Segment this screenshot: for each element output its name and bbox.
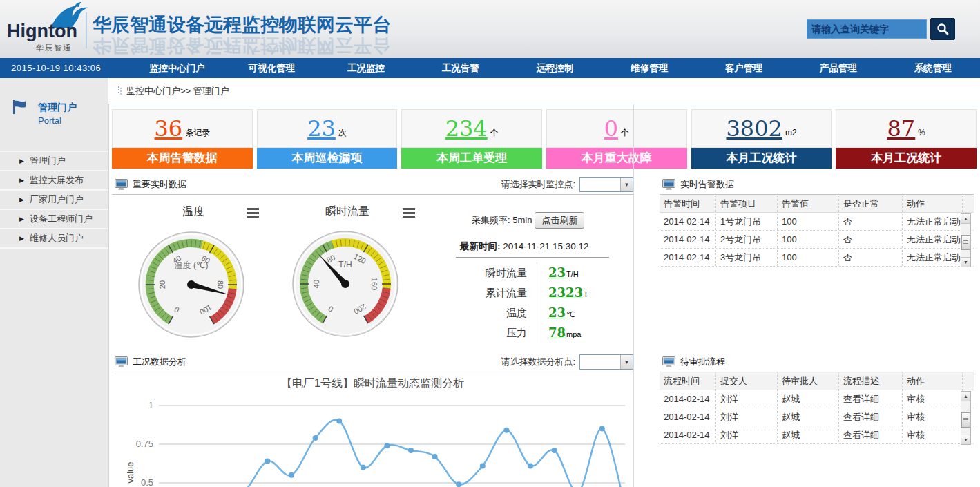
stat-card-label[interactable]: 本周巡检漏项 xyxy=(257,148,398,169)
scroll-up-icon[interactable]: ▲ xyxy=(961,214,970,224)
table-row-1: 2014-02-142号龙门吊100否无法正常启动 xyxy=(660,231,974,249)
analysis-panel-header: 工况数据分析 请选择数据分析点: ▼ xyxy=(112,352,633,372)
temperature-gauge: 020406080100温度 (℃) xyxy=(136,229,247,342)
svg-text:80: 80 xyxy=(216,280,224,289)
action-cell[interactable]: 无法正常启动 xyxy=(903,249,963,266)
data-cell: 2014-02-14 xyxy=(660,426,716,443)
stat-card-label[interactable]: 本月重大故障 xyxy=(546,148,687,169)
gauge-temp-title: 温度 xyxy=(166,204,221,219)
latest-time-row: 最新时间: 2014-11-21 15:30:12 xyxy=(460,240,589,253)
svg-text:1: 1 xyxy=(148,400,153,410)
data-cell: 100 xyxy=(778,231,839,248)
nav-item-5[interactable]: 维修管理 xyxy=(602,58,697,78)
data-cell: 2014-02-14 xyxy=(660,390,716,408)
action-cell[interactable]: 审核 xyxy=(903,426,963,443)
page: Hignton 华辰智通 华辰智通设备远程监控物联网云平台 华辰智通设备远程监控… xyxy=(0,0,980,487)
nav-item-0[interactable]: 监控中心门户 xyxy=(130,58,224,78)
sidebar-item-1[interactable]: ▶监控大屏发布 xyxy=(0,170,108,189)
data-cell: 否 xyxy=(839,231,903,248)
stat-card-value: 87 xyxy=(887,115,916,142)
approval-table-scrollbar[interactable]: ▲ ▼ xyxy=(961,391,971,445)
column-header: 动作 xyxy=(903,195,963,212)
data-cell: 3号龙门吊 xyxy=(716,249,778,266)
stat-card-label[interactable]: 本周工单受理 xyxy=(401,148,542,169)
flow-gauge: 04080120160200T/H xyxy=(290,229,401,341)
data-cell: 2014-02-14 xyxy=(660,408,716,426)
latest-time-rule xyxy=(456,257,609,258)
search-input[interactable] xyxy=(807,19,927,39)
data-cell: 1号龙门吊 xyxy=(716,213,778,230)
reading-value: 23 xyxy=(548,265,566,280)
svg-text:0.5: 0.5 xyxy=(141,477,153,487)
scroll-down-icon[interactable]: ▼ xyxy=(961,435,970,444)
chevron-down-icon: ▼ xyxy=(620,178,633,191)
data-cell: 100 xyxy=(778,213,839,230)
reading-value: 78 xyxy=(548,325,566,340)
action-cell[interactable]: 审核 xyxy=(903,390,963,408)
table-header-row: 告警时间告警项目告警值是否正常动作 xyxy=(660,195,974,213)
approval-panel-header: 待审批流程 xyxy=(660,352,974,372)
triangle-right-icon: ▶ xyxy=(19,216,24,222)
stat-card-value-area: 87% xyxy=(836,109,977,148)
refresh-button[interactable]: 点击刷新 xyxy=(535,212,584,229)
collect-frequency-row: 采集频率: 5min 点击刷新 xyxy=(472,212,584,229)
data-cell: 赵城 xyxy=(778,426,839,443)
page-title-reflection: 华辰智通设备远程监控物联网云平台 xyxy=(93,33,391,57)
table-row-2: 2014-02-14刘洋赵城查看详细审核 xyxy=(660,426,974,444)
logo-subtitle: 华辰智通 xyxy=(36,43,72,53)
nav-item-1[interactable]: 可视化管理 xyxy=(224,58,319,78)
logo-separator xyxy=(86,12,87,48)
sidebar-item-2[interactable]: ▶厂家用户门户 xyxy=(0,189,108,209)
action-cell[interactable]: 无法正常启动 xyxy=(903,231,963,248)
monitor-icon xyxy=(112,179,128,191)
stat-card-label[interactable]: 本周告警数据 xyxy=(112,148,253,169)
collect-frequency-label: 采集频率: 5min xyxy=(472,214,532,227)
reading-label: 累计流量 xyxy=(445,283,537,303)
stat-cards: 36条记录本周告警数据23次本周巡检漏项234个本周工单受理0个本月重大故障38… xyxy=(112,109,977,169)
action-cell[interactable]: 无法正常启动 xyxy=(903,213,963,230)
scroll-thumb[interactable] xyxy=(961,235,970,250)
stat-card-3: 0个本月重大故障 xyxy=(546,109,687,169)
nav-item-8[interactable]: 系统管理 xyxy=(885,58,980,78)
nav-item-6[interactable]: 客户管理 xyxy=(697,58,791,78)
stat-card-value-area: 3802m2 xyxy=(691,109,832,148)
monitor-icon xyxy=(660,179,676,191)
nav-item-4[interactable]: 远程控制 xyxy=(508,58,602,78)
sidebar-item-4[interactable]: ▶维修人员门户 xyxy=(0,228,108,249)
table-row-0: 2014-02-14刘洋赵城查看详细审核 xyxy=(660,390,974,408)
nav-item-7[interactable]: 产品管理 xyxy=(791,58,885,78)
stat-card-unit: 次 xyxy=(338,127,347,139)
reading-unit: mpa xyxy=(566,330,581,338)
monitor-icon xyxy=(660,356,676,368)
scroll-down-icon[interactable]: ▼ xyxy=(961,257,970,267)
reading-value: 2323 xyxy=(548,285,583,300)
sidebar-menu: ▶管理门户▶监控大屏发布▶厂家用户门户▶设备工程师门户▶维修人员门户 xyxy=(0,151,108,249)
stat-card-label[interactable]: 本月工况统计 xyxy=(691,148,832,169)
sidebar-item-0[interactable]: ▶管理门户 xyxy=(0,151,108,170)
triangle-right-icon: ▶ xyxy=(19,177,24,184)
search-button[interactable] xyxy=(930,18,955,40)
gauge-temp-menu-icon[interactable] xyxy=(247,208,259,218)
sidebar-item-3[interactable]: ▶设备工程师门户 xyxy=(0,209,108,228)
stat-card-unit: 个 xyxy=(621,127,629,139)
alarm-table-scrollbar[interactable]: ▲ ▼ xyxy=(961,213,971,267)
chart-title: 【电厂1号线】瞬时流量动态监测分析 xyxy=(112,376,633,391)
nav-item-2[interactable]: 工况监控 xyxy=(319,58,414,78)
stat-card-label[interactable]: 本月工况统计 xyxy=(836,148,977,169)
monitor-point-select[interactable]: ▼ xyxy=(579,177,633,192)
breadcrumb[interactable]: 监控中心门户>> 管理门户 xyxy=(108,78,980,104)
column-header: 流程描述 xyxy=(839,372,903,390)
realtime-panel-title: 重要实时数据 xyxy=(133,178,186,191)
action-cell[interactable]: 审核 xyxy=(903,408,963,426)
data-cell: 刘洋 xyxy=(716,408,778,426)
scroll-thumb[interactable] xyxy=(961,412,970,428)
scroll-up-icon[interactable]: ▲ xyxy=(961,392,970,401)
table-row-1: 2014-02-14刘洋赵城查看详细审核 xyxy=(660,408,974,426)
gauge-flow-menu-icon[interactable] xyxy=(403,208,415,218)
nav-item-3[interactable]: 工况告警 xyxy=(413,58,508,78)
data-cell: 否 xyxy=(839,213,903,230)
reading-row-0: 瞬时流量23T/H xyxy=(445,262,625,283)
search-box xyxy=(807,18,955,40)
stat-card-value: 36 xyxy=(154,115,182,142)
analysis-point-select[interactable]: ▼ xyxy=(579,354,633,370)
